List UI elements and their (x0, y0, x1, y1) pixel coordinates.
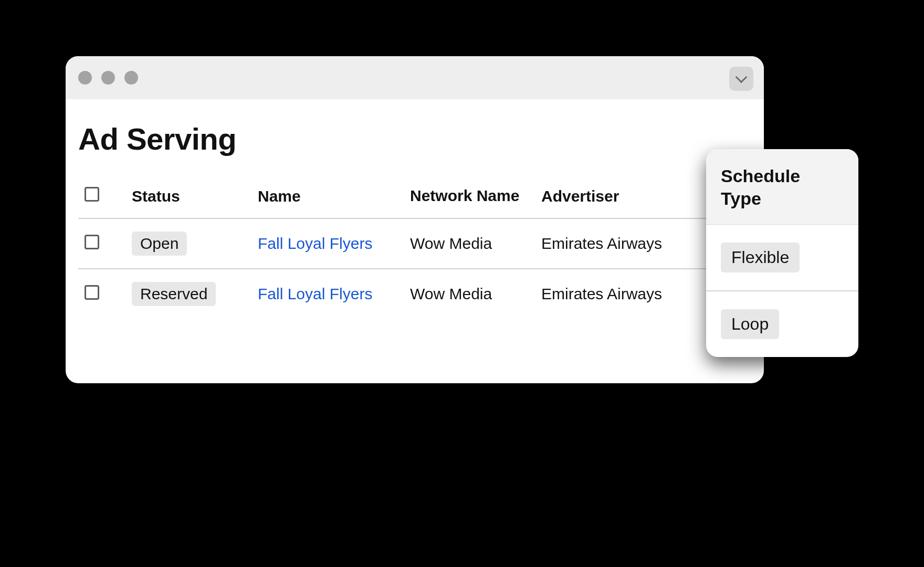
window-titlebar (66, 56, 764, 99)
row-checkbox[interactable] (85, 235, 99, 249)
column-header-select (78, 174, 125, 218)
traffic-light-dot-icon (78, 71, 92, 85)
table-row: Open Fall Loyal Flyers Wow Media Emirate… (78, 218, 751, 269)
app-window: Ad Serving Status Name Network Name Adve… (66, 56, 764, 383)
panel-option-row: Flexible (706, 225, 858, 291)
column-header-name[interactable]: Name (251, 174, 404, 218)
schedule-type-badge[interactable]: Flexible (721, 243, 800, 272)
network-name-cell: Wow Media (404, 218, 535, 269)
collapse-button[interactable] (729, 67, 753, 91)
panel-header: Schedule Type (706, 149, 858, 225)
status-badge: Open (132, 232, 187, 256)
traffic-light-dot-icon (101, 71, 115, 85)
column-header-network-label: Network Name (410, 187, 529, 205)
traffic-light-dot-icon (124, 71, 138, 85)
select-all-checkbox[interactable] (85, 187, 99, 202)
window-content: Ad Serving Status Name Network Name Adve… (66, 99, 764, 319)
panel-option-row: Loop (706, 291, 858, 357)
schedule-type-panel: Schedule Type Flexible Loop (706, 149, 858, 357)
network-name-cell: Wow Media (404, 269, 535, 319)
traffic-lights (78, 71, 138, 85)
page-title: Ad Serving (78, 121, 751, 156)
table-header-row: Status Name Network Name Advertiser (78, 174, 751, 218)
status-badge: Reserved (132, 282, 216, 306)
schedule-type-badge[interactable]: Loop (721, 309, 779, 339)
column-header-network[interactable]: Network Name (404, 174, 535, 218)
column-header-status[interactable]: Status (125, 174, 251, 218)
campaign-link[interactable]: Fall Loyal Flyers (258, 235, 372, 252)
campaign-link[interactable]: Fall Loyal Flyers (258, 285, 372, 302)
table-row: Reserved Fall Loyal Flyers Wow Media Emi… (78, 269, 751, 319)
panel-title: Schedule Type (721, 165, 844, 209)
ad-serving-table: Status Name Network Name Advertiser Open… (78, 174, 751, 319)
chevron-down-icon (736, 71, 748, 83)
row-checkbox[interactable] (85, 285, 99, 300)
